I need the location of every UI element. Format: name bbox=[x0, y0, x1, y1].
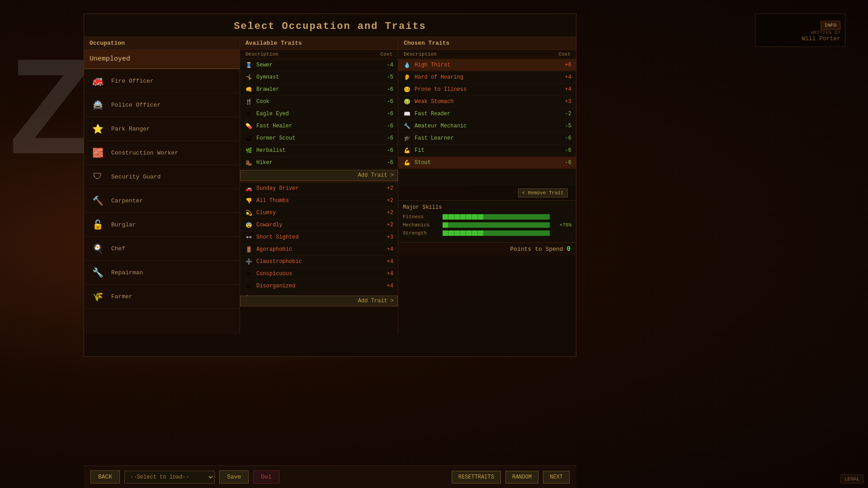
chosen-high-thirst-cost: +6 bbox=[560, 62, 571, 68]
occupation-item-repairman[interactable]: 🔧 Repairman bbox=[84, 261, 240, 285]
chosen-desc-label: Description bbox=[404, 52, 437, 57]
occupation-item-chef[interactable]: 🍳 Chef bbox=[84, 237, 240, 261]
occupation-list[interactable]: Unemployed 🚒 Fire Officer 🚔 Police Offic… bbox=[84, 50, 240, 334]
negative-trait-list[interactable]: 🚗 Sunday Driver +2 👎 All Thumbs +2 💫 Clu… bbox=[240, 183, 398, 296]
carpenter-icon: 🔨 bbox=[90, 192, 106, 209]
herbalist-icon: 🌿 bbox=[245, 146, 253, 155]
chosen-trait-high-thirst[interactable]: 💧 High Thirst +6 bbox=[398, 59, 576, 71]
park-ranger-icon: ⭐ bbox=[90, 121, 106, 137]
trait-brawler-cost: -6 bbox=[382, 86, 393, 93]
trait-disorganized[interactable]: 🗂 Disorganized +4 bbox=[240, 280, 398, 292]
remove-trait-row: < Remove Trait bbox=[398, 186, 576, 200]
add-positive-trait-button[interactable]: Add Trait > bbox=[240, 170, 398, 181]
trait-hearty-appetite[interactable]: 🍖 Hearty Appetite +4 bbox=[240, 292, 398, 296]
fire-officer-icon: 🚒 bbox=[90, 73, 106, 89]
trait-fast-healer-cost: -6 bbox=[382, 123, 393, 129]
trait-sewer[interactable]: 🧵 Sewer -4 bbox=[240, 59, 398, 71]
trait-gymnast[interactable]: 🤸 Gymnast -5 bbox=[240, 71, 398, 84]
trait-disorganized-name: Disorganized bbox=[256, 283, 378, 289]
trait-cook-cost: -6 bbox=[382, 99, 393, 105]
trait-all-thumbs[interactable]: 👎 All Thumbs +2 bbox=[240, 195, 398, 207]
trait-hiker[interactable]: 🥾 Hiker -6 bbox=[240, 157, 398, 169]
chosen-traits-column: Chosen Traits Description Cost 💧 High Th… bbox=[398, 37, 576, 334]
chosen-trait-fast-learner[interactable]: 🎓 Fast Learner -6 bbox=[398, 132, 576, 145]
all-thumbs-icon: 👎 bbox=[245, 197, 253, 205]
chosen-trait-amateur-mechanic[interactable]: 🔧 Amateur Mechanic -5 bbox=[398, 120, 576, 132]
trait-cook-name: Cook bbox=[256, 99, 378, 105]
trait-eagle-eyed-name: Eagle Eyed bbox=[256, 111, 378, 117]
chef-label: Chef bbox=[111, 245, 125, 252]
trait-cook[interactable]: 🍴 Cook -6 bbox=[240, 96, 398, 108]
trait-claustrophobic[interactable]: ➕ Claustrophobic +4 bbox=[240, 256, 398, 268]
positive-traits-section: 🧵 Sewer -4 🤸 Gymnast -5 👊 Brawler -6 bbox=[240, 59, 398, 334]
trait-brawler-name: Brawler bbox=[256, 86, 378, 93]
positive-trait-list[interactable]: 🧵 Sewer -4 🤸 Gymnast -5 👊 Brawler -6 bbox=[240, 59, 398, 170]
trait-claustrophobic-cost: +4 bbox=[382, 258, 393, 265]
occupation-item-park-ranger[interactable]: ⭐ Park Ranger bbox=[84, 117, 240, 141]
trait-clumsy[interactable]: 💫 Clumsy +2 bbox=[240, 207, 398, 219]
available-traits-column: Available Traits Description Cost 🧵 Sewe… bbox=[240, 37, 398, 334]
repairman-icon: 🔧 bbox=[90, 264, 106, 281]
trait-short-sighted[interactable]: 👓 Short Sighted +3 bbox=[240, 231, 398, 244]
occupation-item-burglar[interactable]: 🔓 Burglar bbox=[84, 213, 240, 237]
chosen-stout-name: Stout bbox=[415, 160, 557, 166]
mechanics-bar-fill bbox=[443, 222, 550, 228]
trait-sunday-driver-name: Sunday Driver bbox=[256, 185, 378, 192]
major-skills-title: Major Skills bbox=[403, 204, 571, 211]
trait-eagle-eyed[interactable]: 👁 Eagle Eyed -6 bbox=[240, 108, 398, 120]
trait-conspicuous-cost: +4 bbox=[382, 271, 393, 277]
conspicuous-icon: 👁 bbox=[245, 270, 253, 278]
chosen-prone-to-illness-cost: +4 bbox=[560, 86, 571, 93]
legal-button[interactable]: LEGAL bbox=[840, 474, 863, 483]
chosen-trait-weak-stomach[interactable]: 🤢 Weak Stomach +3 bbox=[398, 96, 576, 108]
claustrophobic-icon: ➕ bbox=[245, 258, 253, 266]
trait-cowardly-cost: +2 bbox=[382, 222, 393, 228]
agoraphobic-icon: 🚪 bbox=[245, 245, 253, 253]
disorganized-icon: 🗂 bbox=[245, 282, 253, 290]
info-button[interactable]: INFO bbox=[821, 21, 840, 30]
sunday-driver-icon: 🚗 bbox=[245, 184, 253, 192]
occupation-item-construction-worker[interactable]: 🧱 Construction Worker bbox=[84, 141, 240, 165]
major-skills-section: Major Skills Fitness bbox=[398, 200, 576, 242]
occupation-item-unemployed[interactable]: Unemployed bbox=[84, 50, 240, 69]
reset-traits-button[interactable]: RESETTRAITS bbox=[452, 471, 501, 483]
add-negative-trait-button[interactable]: Add Trait > bbox=[240, 296, 398, 306]
remove-trait-button[interactable]: < Remove Trait bbox=[518, 188, 568, 197]
chosen-trait-stout[interactable]: 💪 Stout -6 bbox=[398, 157, 576, 169]
trait-conspicuous[interactable]: 👁 Conspicuous +4 bbox=[240, 268, 398, 280]
chosen-trait-prone-to-illness[interactable]: 🤒 Prone to Illness +4 bbox=[398, 84, 576, 96]
trait-former-scout-cost: -6 bbox=[382, 135, 393, 141]
chosen-fast-reader-name: Fast Reader bbox=[415, 111, 557, 117]
skill-row-fitness: Fitness bbox=[403, 214, 571, 220]
del-button[interactable]: Del bbox=[253, 470, 279, 483]
load-select[interactable]: --Select to load-- bbox=[124, 471, 215, 483]
chosen-trait-fit[interactable]: 💪 Fit -6 bbox=[398, 145, 576, 157]
save-button[interactable]: Save bbox=[219, 470, 249, 483]
occupation-item-security-guard[interactable]: 🛡 Security Guard bbox=[84, 165, 240, 189]
trait-cowardly[interactable]: 😨 Cowardly +2 bbox=[240, 219, 398, 231]
trait-short-sighted-cost: +3 bbox=[382, 234, 393, 240]
fitness-skill-label: Fitness bbox=[403, 214, 439, 220]
occupation-item-farmer[interactable]: 🌾 Farmer bbox=[84, 285, 240, 309]
trait-former-scout[interactable]: 🏕 Former Scout -6 bbox=[240, 132, 398, 145]
chosen-amateur-mechanic-cost: -5 bbox=[560, 123, 571, 129]
stout-icon: 💪 bbox=[403, 159, 411, 167]
columns-layout: Occupation Unemployed 🚒 Fire Officer 🚔 P… bbox=[84, 37, 576, 334]
trait-clumsy-name: Clumsy bbox=[256, 210, 378, 216]
trait-brawler[interactable]: 👊 Brawler -6 bbox=[240, 84, 398, 96]
next-button[interactable]: NEXT bbox=[543, 471, 570, 483]
occupation-item-police-officer[interactable]: 🚔 Police Officer bbox=[84, 93, 240, 117]
burglar-label: Burglar bbox=[111, 221, 136, 228]
occupation-item-carpenter[interactable]: 🔨 Carpenter bbox=[84, 189, 240, 213]
trait-gymnast-cost: -5 bbox=[382, 74, 393, 80]
trait-sunday-driver[interactable]: 🚗 Sunday Driver +2 bbox=[240, 183, 398, 195]
trait-herbalist[interactable]: 🌿 Herbalist -6 bbox=[240, 145, 398, 157]
trait-fast-healer[interactable]: 💊 Fast Healer -6 bbox=[240, 120, 398, 132]
security-guard-icon: 🛡 bbox=[90, 169, 106, 185]
back-button[interactable]: BACK bbox=[90, 470, 120, 483]
occupation-item-fire-officer[interactable]: 🚒 Fire Officer bbox=[84, 69, 240, 93]
trait-agoraphobic[interactable]: 🚪 Agoraphobic +4 bbox=[240, 244, 398, 256]
chosen-trait-hard-of-hearing[interactable]: 👂 Hard of Hearing +4 bbox=[398, 71, 576, 84]
random-button[interactable]: RANDOM bbox=[505, 471, 538, 483]
chosen-trait-fast-reader[interactable]: 📖 Fast Reader -2 bbox=[398, 108, 576, 120]
